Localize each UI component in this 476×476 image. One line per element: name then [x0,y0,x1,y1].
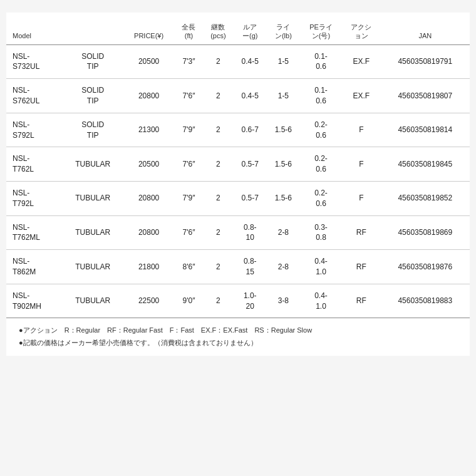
cell-lure: 0.8-10 [234,215,267,250]
cell-model: NSL-S732UL [6,44,63,79]
cell-price: 22500 [123,284,175,318]
cell-length: 9'0″ [175,284,203,318]
cell-pe: 0.1-0.6 [300,44,342,79]
cell-tip: TUBULAR [63,284,123,318]
cell-lure: 0.6-7 [234,113,267,147]
cell-action: EX.F [342,79,381,113]
cell-model: NSL-T902MH [6,284,63,318]
cell-pieces: 2 [203,113,234,147]
cell-model: NSL-T862M [6,250,63,284]
table-row: NSL-S792LSOLIDTIP213007'9″20.6-71.5-60.2… [6,113,470,147]
cell-price: 20800 [123,181,175,215]
cell-jan: 4560350819807 [381,79,470,113]
cell-action: RF [342,215,381,250]
table-row: NSL-T762LTUBULAR205007'6″20.5-71.5-60.2-… [6,147,470,182]
cell-tip: TUBULAR [63,147,123,182]
cell-lure: 0.5-7 [234,181,267,215]
cell-tip: TUBULAR [63,250,123,284]
cell-length: 7'9″ [175,181,203,215]
header-price: PRICE(¥) [123,19,175,44]
cell-action: F [342,113,381,147]
cell-length: 7'6″ [175,147,203,182]
cell-line: 1.5-6 [267,147,300,182]
cell-action: EX.F [342,44,381,79]
table-row: NSL-S762ULSOLIDTIP208007'6″20.4-51-50.1-… [6,79,470,113]
cell-line: 1-5 [267,79,300,113]
cell-lure: 0.8-15 [234,250,267,284]
cell-length: 7'6″ [175,79,203,113]
cell-lure: 0.4-5 [234,79,267,113]
header-length: 全長(ft) [175,19,203,44]
cell-jan: 4560350819869 [381,215,470,250]
cell-length: 8'6″ [175,250,203,284]
cell-tip: SOLIDTIP [63,79,123,113]
cell-action: RF [342,284,381,318]
cell-tip: SOLIDTIP [63,44,123,79]
table-header-row: Model PRICE(¥) 全長(ft) 継数(pcs) ルアー(g) ライン… [6,19,470,44]
cell-price: 20500 [123,147,175,182]
cell-pe: 0.4-1.0 [300,250,342,284]
cell-jan: 4560350819883 [381,284,470,318]
cell-model: NSL-T762ML [6,215,63,250]
cell-pieces: 2 [203,79,234,113]
cell-price: 20800 [123,79,175,113]
cell-lure: 0.4-5 [234,44,267,79]
cell-line: 1.5-6 [267,113,300,147]
cell-line: 1-5 [267,44,300,79]
cell-line: 3-8 [267,284,300,318]
header-pieces: 継数(pcs) [203,19,234,44]
cell-price: 20500 [123,44,175,79]
cell-action: F [342,181,381,215]
header-tip [63,19,123,44]
cell-price: 21300 [123,113,175,147]
cell-tip: TUBULAR [63,215,123,250]
header-model: Model [6,19,63,44]
cell-model: NSL-S762UL [6,79,63,113]
table-row: NSL-T862MTUBULAR218008'6″20.8-152-80.4-1… [6,250,470,284]
cell-jan: 4560350819814 [381,113,470,147]
header-pe: PEライン(号) [300,19,342,44]
cell-pieces: 2 [203,250,234,284]
table-row: NSL-T762MLTUBULAR208007'6″20.8-102-80.3-… [6,215,470,250]
header-jan: JAN [381,19,470,44]
table-row: NSL-S732ULSOLIDTIP205007'3″20.4-51-50.1-… [6,44,470,79]
cell-line: 2-8 [267,215,300,250]
footnote-2: ●記載の価格はメーカー希望小売価格です。（消費税は含まれておりません） [19,337,457,349]
cell-pe: 0.1-0.6 [300,79,342,113]
cell-model: NSL-T792L [6,181,63,215]
header-lure: ルアー(g) [234,19,267,44]
cell-pe: 0.3-0.8 [300,215,342,250]
cell-line: 2-8 [267,250,300,284]
cell-pieces: 2 [203,181,234,215]
cell-tip: TUBULAR [63,181,123,215]
cell-lure: 1.0-20 [234,284,267,318]
footnotes: ●アクション R：Regular RF：Regular Fast F：Fast … [6,318,470,349]
cell-tip: SOLIDTIP [63,113,123,147]
cell-length: 7'9″ [175,113,203,147]
cell-jan: 4560350819791 [381,44,470,79]
cell-pieces: 2 [203,284,234,318]
header-action: アクション [342,19,381,44]
cell-jan: 4560350819876 [381,250,470,284]
cell-line: 1.5-6 [267,181,300,215]
cell-jan: 4560350819845 [381,147,470,182]
header-line: ライン(lb) [267,19,300,44]
cell-model: NSL-S792L [6,113,63,147]
table-row: NSL-T792LTUBULAR208007'9″20.5-71.5-60.2-… [6,181,470,215]
cell-action: F [342,147,381,182]
product-table: Model PRICE(¥) 全長(ft) 継数(pcs) ルアー(g) ライン… [6,19,470,318]
footnote-1: ●アクション R：Regular RF：Regular Fast F：Fast … [19,324,457,337]
cell-lure: 0.5-7 [234,147,267,182]
cell-action: RF [342,250,381,284]
cell-pe: 0.4-1.0 [300,284,342,318]
cell-price: 20800 [123,215,175,250]
cell-pe: 0.2-0.6 [300,113,342,147]
cell-jan: 4560350819852 [381,181,470,215]
cell-length: 7'6″ [175,215,203,250]
main-container: Model PRICE(¥) 全長(ft) 継数(pcs) ルアー(g) ライン… [6,13,470,356]
cell-price: 21800 [123,250,175,284]
cell-model: NSL-T762L [6,147,63,182]
cell-pe: 0.2-0.6 [300,147,342,182]
table-row: NSL-T902MHTUBULAR225009'0″21.0-203-80.4-… [6,284,470,318]
cell-length: 7'3″ [175,44,203,79]
